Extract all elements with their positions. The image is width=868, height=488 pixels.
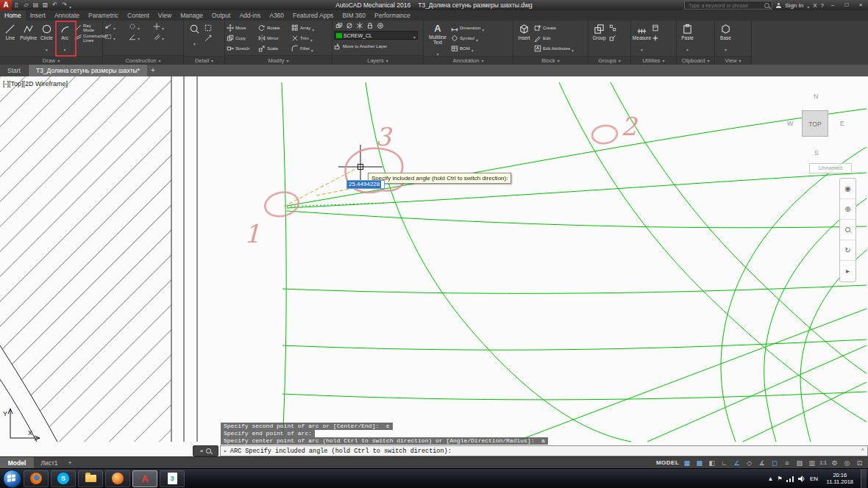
action-center-icon[interactable]: ⚑ — [777, 476, 782, 482]
clean-screen-icon[interactable]: ⊡ — [855, 458, 864, 468]
ortho-toggle-icon[interactable]: ∟ — [719, 458, 729, 468]
exchange-apps-icon[interactable]: X — [813, 2, 817, 9]
tab-output[interactable]: Output — [207, 10, 235, 21]
viewcube-west[interactable]: W — [787, 120, 794, 127]
tab-view[interactable]: View — [154, 10, 176, 21]
transparency-icon[interactable]: ▨ — [794, 458, 804, 468]
construction-caret-icon[interactable] — [113, 30, 115, 43]
ray-mode-button[interactable]: Ray Mode — [74, 23, 101, 32]
construction-panel-label[interactable]: Construction — [103, 55, 183, 65]
taskbar-media-player-button[interactable] — [105, 470, 130, 487]
block-panel-label[interactable]: Block — [513, 56, 588, 65]
file-tab-active-drawing[interactable]: Т3_Долина сетунь размеры шахты* — [29, 65, 147, 76]
isodraft-icon[interactable]: ◇ — [744, 458, 754, 468]
new-drawing-tab-button[interactable]: + — [147, 65, 159, 76]
construction-caret-icon[interactable] — [138, 30, 140, 43]
construction-tool-button[interactable] — [153, 21, 177, 31]
construction-caret-icon[interactable] — [162, 30, 164, 43]
drawing-canvas[interactable]: Y X — [0, 76, 868, 456]
volume-icon[interactable] — [798, 476, 805, 482]
layer-dropdown[interactable]: SCREW_CL — [334, 31, 418, 40]
mirror-button[interactable]: Mirror — [258, 33, 291, 43]
group-button[interactable]: Group — [590, 21, 608, 55]
viewcube[interactable]: N W E S TOP — [786, 93, 847, 160]
viewcube-north[interactable]: N — [814, 93, 819, 100]
lineweight-icon[interactable]: ≡ — [782, 458, 791, 468]
utilities-panel-label[interactable]: Utilities — [631, 56, 676, 65]
create-block-button[interactable]: Create — [534, 23, 580, 32]
workspace-gear-icon[interactable]: ⚙ — [830, 458, 839, 468]
command-search-icon[interactable] — [206, 448, 211, 453]
clipboard-panel-label[interactable]: Clipboard — [677, 56, 714, 65]
layer-freeze-icon[interactable] — [356, 22, 363, 29]
detail-panel-label[interactable]: Detail — [184, 56, 224, 65]
show-hidden-icons-button[interactable]: ▲ — [767, 476, 773, 482]
viewcube-east[interactable]: E — [840, 120, 844, 127]
layer-dropdown-caret-icon[interactable] — [413, 29, 416, 42]
bom-button[interactable]: BOM — [451, 43, 492, 53]
isolate-objects-icon[interactable]: ◎ — [842, 458, 852, 468]
line-button[interactable]: Line — [1, 21, 19, 55]
construction-tool-button[interactable] — [104, 32, 128, 41]
grid-toggle-icon[interactable]: ▦ — [682, 458, 691, 468]
draw-panel-label[interactable]: Draw — [0, 56, 102, 65]
start-button[interactable] — [3, 470, 21, 488]
construction-tool-button[interactable] — [153, 32, 177, 41]
new-layout-button[interactable]: + — [65, 457, 75, 469]
file-tab-start[interactable]: Start — [0, 65, 29, 76]
stretch-button[interactable]: Stretch — [227, 43, 257, 53]
measure-caret-icon[interactable] — [641, 41, 643, 54]
symbol-caret-icon[interactable] — [476, 32, 478, 45]
paste-button[interactable]: Paste — [678, 21, 697, 55]
object-snap-icon[interactable]: ◻ — [769, 458, 779, 468]
search-icon[interactable] — [764, 3, 769, 8]
detail-caret-icon[interactable] — [193, 35, 196, 49]
minimize-button[interactable] — [828, 1, 838, 10]
construction-tool-button[interactable] — [129, 21, 152, 31]
construction-tool-button[interactable] — [129, 32, 152, 41]
help-icon[interactable]: ? — [821, 2, 824, 9]
quick-calc-button[interactable] — [652, 23, 659, 32]
insert-block-button[interactable]: Insert — [515, 21, 533, 55]
tab-insert[interactable]: Insert — [26, 10, 50, 21]
snap-toggle-icon[interactable]: ▩ — [694, 458, 704, 468]
ucs-icon[interactable] — [8, 409, 40, 440]
sign-in-button[interactable]: Sign In — [785, 2, 803, 9]
base-view-button[interactable]: Base — [716, 21, 735, 55]
trim-button[interactable]: Trim — [291, 33, 324, 43]
viewcube-south[interactable]: S — [814, 149, 819, 157]
zoom-icon[interactable] — [840, 220, 855, 240]
dynamic-input-field[interactable]: 25.4494228 — [346, 180, 385, 189]
tab-bim360[interactable]: BIM 360 — [338, 10, 370, 21]
steering-wheel-icon[interactable]: ◉ — [840, 179, 855, 199]
drawing-viewport[interactable]: Y X — [0, 76, 868, 456]
taskbar-clock[interactable]: 20:16 11.11.2018 — [823, 472, 857, 485]
dimension-caret-icon[interactable] — [482, 21, 484, 35]
show-desktop-button[interactable] — [861, 469, 867, 488]
multiline-text-button[interactable]: A Multiline Text — [425, 21, 450, 55]
bom-caret-icon[interactable] — [472, 42, 474, 55]
selection-cycling-icon[interactable]: ▥ — [807, 458, 817, 468]
search-input[interactable] — [687, 2, 762, 9]
scale-button[interactable]: Scale — [258, 43, 291, 53]
polar-tracking-icon[interactable]: ∠ — [732, 458, 741, 468]
open-file-icon[interactable]: ▱ — [21, 0, 31, 10]
help-search-box[interactable] — [684, 1, 772, 10]
infer-constraints-icon[interactable]: ◧ — [707, 458, 716, 468]
redo-icon[interactable]: ↷ — [60, 0, 69, 10]
named-view-control[interactable]: Unnamed — [809, 163, 852, 173]
tab-manage[interactable]: Manage — [176, 10, 207, 21]
tab-parametric[interactable]: Parametric — [84, 10, 123, 21]
detail-tool-button[interactable] — [204, 23, 212, 32]
view-panel-label[interactable]: View — [715, 56, 751, 65]
fillet-caret-icon[interactable] — [311, 42, 313, 55]
measure-button[interactable]: Measure — [633, 21, 651, 55]
object-snap-tracking-icon[interactable]: ∡ — [757, 458, 766, 468]
id-point-button[interactable] — [652, 33, 659, 43]
tab-a360[interactable]: A360 — [265, 10, 288, 21]
groups-panel-label[interactable]: Groups — [588, 56, 630, 65]
taskbar-autocad-button[interactable]: A — [132, 470, 157, 487]
polyline-button[interactable]: Polyline — [20, 21, 38, 55]
command-prompt-text[interactable]: ARC Specify included angle (hold Ctrl to… — [230, 448, 452, 455]
command-window-handle[interactable]: × — [193, 445, 218, 456]
